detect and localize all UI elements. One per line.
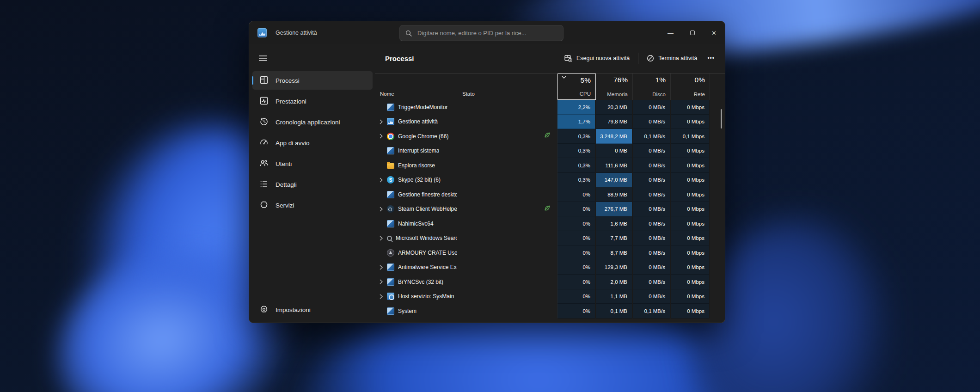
expand-chevron-icon[interactable]: [380, 178, 387, 183]
sidebar-item-users[interactable]: Utenti: [252, 154, 373, 173]
sidebar-item-services[interactable]: Servizi: [252, 196, 373, 214]
column-header-memory[interactable]: 76% Memoria: [596, 74, 633, 100]
new-task-icon: [564, 55, 572, 62]
sidebar: ProcessiPrestazioniCronologia applicazio…: [249, 44, 375, 323]
process-name-cell: SSkype (32 bit) (6): [375, 173, 457, 188]
process-name: NahimicSvc64: [398, 220, 434, 227]
memory-value: 79,8 MB: [596, 115, 633, 129]
row-filler: [710, 245, 725, 260]
disk-total-percent: 1%: [655, 76, 666, 84]
process-row[interactable]: System0%0,1 MB0,1 MB/s0 Mbps: [375, 304, 725, 318]
more-options-button[interactable]: •••: [703, 52, 719, 65]
row-filler: [710, 144, 725, 159]
column-header-status[interactable]: Stato: [457, 74, 557, 100]
cpu-value: 0,3%: [557, 144, 596, 159]
disk-value: 0,1 MB/s: [633, 129, 671, 144]
memory-value: 1,1 MB: [596, 289, 633, 304]
process-row[interactable]: Microsoft Windows Search In...0%7,7 MB0 …: [375, 231, 725, 246]
process-name: TriggerModeMonitor: [398, 104, 448, 110]
sidebar-item-app-history[interactable]: Cronologia applicazioni: [252, 113, 373, 131]
network-value: 0 Mbps: [671, 173, 710, 188]
process-row[interactable]: ARMOURY CRATE User Sessio...0%8,7 MB0 MB…: [375, 245, 725, 260]
process-row[interactable]: Esplora risorse0,3%111,6 MB0 MB/s0 Mbps: [375, 158, 725, 173]
cpu-total-percent: 5%: [581, 76, 591, 85]
app-window-process-icon: [387, 191, 394, 198]
end-task-button[interactable]: Termina attività: [641, 51, 703, 65]
cpu-value: 0%: [557, 289, 596, 304]
expand-chevron-icon[interactable]: [380, 294, 387, 299]
disk-value: 0 MB/s: [633, 202, 671, 217]
history-icon: [260, 117, 268, 127]
app-window-process-icon: [387, 147, 394, 154]
search-icon: [405, 30, 412, 37]
process-status-cell: [457, 304, 557, 318]
process-row[interactable]: Antimalware Service Executable0%129,3 MB…: [375, 260, 725, 275]
process-name: Gestione attività: [398, 118, 438, 125]
memory-value: 1,6 MB: [596, 216, 633, 231]
row-filler: [710, 216, 725, 231]
process-name-cell: System: [375, 304, 457, 318]
efficiency-mode-leaf-icon: [544, 205, 551, 214]
network-value: 0 Mbps: [671, 231, 710, 246]
sidebar-item-processes[interactable]: Processi: [252, 71, 373, 90]
process-name: Gestione finestre desktop: [398, 191, 457, 198]
maximize-button[interactable]: [681, 21, 703, 44]
row-filler: [710, 100, 725, 115]
sidebar-item-label: Processi: [276, 77, 300, 84]
process-row[interactable]: BrYNCSvc (32 bit)0%2,0 MB0 MB/s0 Mbps: [375, 275, 725, 289]
disk-value: 0 MB/s: [633, 173, 671, 188]
process-name-cell: Google Chrome (66): [375, 129, 457, 144]
row-filler: [710, 289, 725, 304]
sidebar-item-startup-apps[interactable]: App di avvio: [252, 134, 373, 152]
run-new-task-button[interactable]: Esegui nuova attività: [559, 51, 635, 65]
navigation-menu-button[interactable]: [254, 51, 271, 66]
app-window-process-icon: [387, 104, 394, 111]
process-row[interactable]: TriggerModeMonitor2,2%20,3 MB0 MB/s0 Mbp…: [375, 100, 725, 115]
process-name-cell: Antimalware Service Executable: [375, 260, 457, 275]
disk-value: 0 MB/s: [633, 100, 671, 115]
expand-chevron-icon[interactable]: [380, 119, 387, 124]
expand-chevron-icon[interactable]: [380, 207, 387, 212]
network-value: 0 Mbps: [671, 115, 710, 129]
sidebar-item-performance[interactable]: Prestazioni: [252, 92, 373, 110]
expand-chevron-icon[interactable]: [380, 236, 387, 241]
vertical-scrollbar-thumb[interactable]: [721, 109, 722, 129]
process-row[interactable]: Gestione finestre desktop0%88,9 MB0 MB/s…: [375, 187, 725, 202]
column-header-disk[interactable]: 1% Disco: [633, 74, 671, 100]
process-row[interactable]: NahimicSvc640%1,6 MB0 MB/s0 Mbps: [375, 216, 725, 231]
process-name: Steam Client WebHelper (8): [398, 206, 457, 212]
process-name-cell: Microsoft Windows Search In...: [375, 231, 457, 246]
sidebar-item-settings[interactable]: Impostazioni: [252, 300, 373, 319]
process-row[interactable]: Interrupt sistema0,3%0 MB0 MB/s0 Mbps: [375, 144, 725, 159]
search-box[interactable]: [399, 25, 564, 41]
process-name: Antimalware Service Executable: [398, 264, 457, 270]
process-row[interactable]: SSkype (32 bit) (6)0,3%147,0 MB0 MB/s0 M…: [375, 173, 725, 188]
cpu-value: 0%: [557, 245, 596, 260]
close-button[interactable]: ✕: [703, 21, 725, 44]
column-header-cpu[interactable]: 5% CPU: [557, 74, 596, 100]
memory-value: 20,3 MB: [596, 100, 633, 115]
process-row[interactable]: Host servizio: SysMain0%1,1 MB0 MB/s0 Mb…: [375, 289, 725, 304]
minimize-button[interactable]: —: [660, 21, 681, 44]
toolbar-actions: Esegui nuova attività Termina attività •…: [559, 51, 719, 65]
disk-value: 0 MB/s: [633, 158, 671, 173]
memory-value: 111,6 MB: [596, 158, 633, 173]
expand-chevron-icon[interactable]: [380, 265, 387, 270]
gear-icon: [260, 305, 268, 315]
titlebar[interactable]: Gestione attività — ✕: [249, 21, 725, 44]
users-icon: [260, 159, 268, 169]
expand-chevron-icon[interactable]: [380, 134, 387, 139]
process-row[interactable]: Google Chrome (66)0,3%3.248,2 MB0,1 MB/s…: [375, 129, 725, 144]
row-filler: [710, 173, 725, 188]
sidebar-item-label: Servizi: [276, 202, 294, 209]
app-window-process-icon: [387, 220, 394, 227]
column-header-network[interactable]: 0% Rete: [671, 74, 710, 100]
search-input[interactable]: [417, 30, 557, 37]
column-header-name[interactable]: Nome: [375, 74, 457, 100]
expand-chevron-icon[interactable]: [380, 279, 387, 284]
process-row[interactable]: Gestione attività1,7%79,8 MB0 MB/s0 Mbps: [375, 115, 725, 129]
process-row[interactable]: Steam Client WebHelper (8)0%276,7 MB0 MB…: [375, 202, 725, 217]
process-name-cell: ARMOURY CRATE User Sessio...: [375, 245, 457, 260]
end-task-icon: [647, 55, 654, 62]
sidebar-item-details[interactable]: Dettagli: [252, 175, 373, 194]
